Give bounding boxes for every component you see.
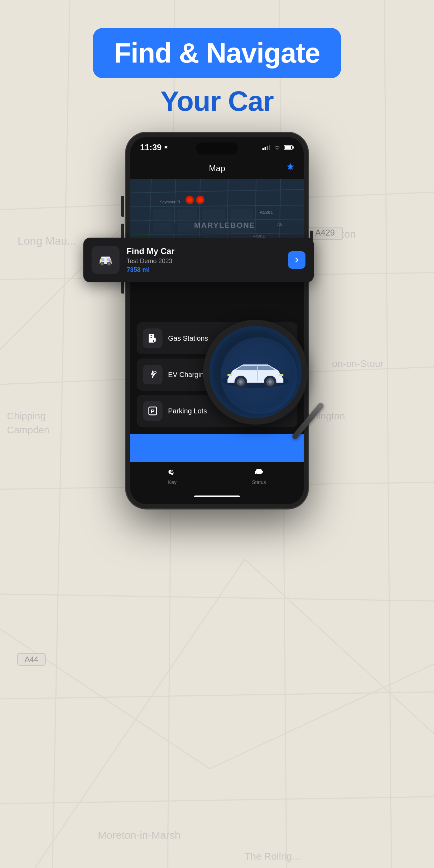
parking-icon-box: P — [143, 401, 162, 421]
premium-icon[interactable] — [285, 162, 295, 175]
svg-point-83 — [261, 473, 262, 474]
svg-point-100 — [108, 262, 110, 265]
car-nav-icon — [254, 468, 264, 478]
phone-side-btn-mute — [121, 196, 124, 217]
ev-icon-box — [143, 365, 162, 384]
svg-text:A44: A44 — [24, 655, 38, 664]
magnifier: T — [203, 320, 336, 453]
svg-point-81 — [172, 471, 173, 472]
nav-item-key[interactable]: Key — [168, 468, 176, 485]
svg-text:P: P — [151, 408, 154, 414]
find-car-card-outer: Find My Car Test Demo 2023 7358 mi — [83, 238, 314, 282]
svg-rect-31 — [262, 148, 264, 150]
svg-rect-51 — [153, 209, 172, 221]
car-mileage: 7358 mi — [126, 266, 281, 274]
svg-text:on-on-Stour: on-on-Stour — [332, 358, 384, 369]
svg-text:A5201: A5201 — [260, 210, 273, 215]
car-info: Find My Car Test Demo 2023 7358 mi — [126, 246, 281, 274]
svg-text:Chipping: Chipping — [7, 411, 46, 421]
svg-rect-55 — [202, 209, 225, 221]
status-time: 11:39 — [140, 143, 168, 152]
svg-point-71 — [198, 197, 203, 202]
dynamic-island — [196, 143, 238, 154]
svg-text:Seymour Pl: Seymour Pl — [160, 200, 180, 204]
svg-text:Campden: Campden — [7, 425, 49, 435]
title-line1: Find & Navigate — [114, 38, 320, 68]
find-car-icon-box — [92, 246, 120, 274]
find-car-arrow-btn[interactable] — [288, 251, 305, 269]
magnifier-handle — [291, 402, 325, 440]
svg-text:The Rollrig...: The Rollrig... — [245, 851, 300, 862]
svg-rect-101 — [100, 260, 102, 262]
app-header: Map — [130, 158, 304, 179]
title-line2: Your Car — [160, 85, 274, 117]
svg-text:A429: A429 — [315, 228, 335, 237]
svg-text:MARYLEBONE: MARYLEBONE — [194, 221, 255, 230]
svg-rect-33 — [267, 146, 268, 150]
svg-rect-32 — [265, 147, 266, 150]
svg-point-82 — [256, 473, 257, 474]
status-icons — [262, 145, 294, 150]
header-area: Find & Navigate Your Car — [0, 28, 434, 117]
nav-status-label: Status — [252, 479, 266, 485]
svg-rect-52 — [153, 223, 172, 233]
svg-rect-36 — [292, 146, 294, 149]
key-icon — [168, 468, 176, 478]
phone-mockup: 11:39 — [126, 133, 308, 508]
gas-icon-box — [143, 328, 162, 348]
svg-text:Long Mau...: Long Mau... — [17, 234, 77, 247]
svg-rect-37 — [285, 146, 291, 149]
svg-rect-57 — [230, 209, 253, 221]
bottom-nav: Key Status — [130, 462, 304, 492]
svg-rect-34 — [269, 145, 270, 150]
svg-text:Moreton-in-Marsh: Moreton-in-Marsh — [98, 829, 181, 841]
svg-point-69 — [187, 197, 192, 202]
svg-text:A5...: A5... — [277, 222, 286, 227]
title-badge: Find & Navigate — [93, 28, 341, 78]
car-subtitle: Test Demo 2023 — [126, 258, 281, 265]
svg-point-98 — [101, 262, 103, 265]
svg-point-78 — [154, 371, 157, 374]
svg-rect-53 — [178, 209, 197, 221]
svg-rect-102 — [109, 260, 112, 262]
home-indicator — [194, 496, 240, 497]
nav-key-label: Key — [168, 479, 176, 485]
car-title: Find My Car — [126, 246, 281, 256]
find-car-card: Find My Car Test Demo 2023 7358 mi — [83, 238, 314, 282]
app-title: Map — [209, 164, 225, 173]
nav-item-status[interactable]: Status — [252, 468, 266, 485]
